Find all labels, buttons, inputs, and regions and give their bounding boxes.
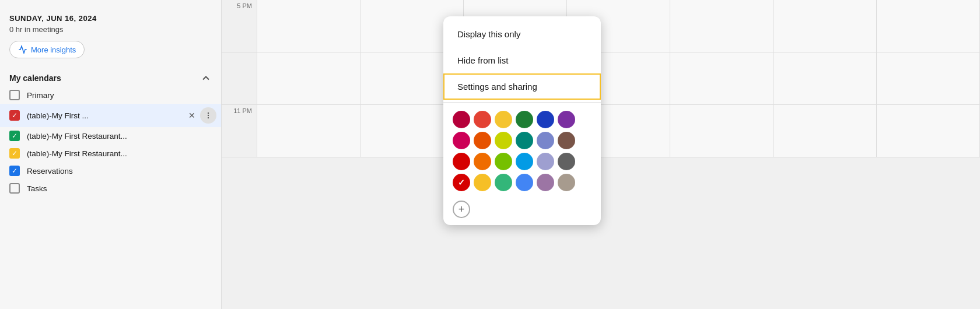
time-cell xyxy=(670,52,774,104)
calendar-checkbox-primary[interactable] xyxy=(9,90,20,100)
menu-item-display-only-label: Display this only xyxy=(457,29,520,39)
time-row-11pm: 11 PM xyxy=(222,105,980,157)
calendar-item-primary[interactable]: Primary xyxy=(0,86,221,104)
time-label-11pm: 11 PM xyxy=(222,105,257,157)
menu-divider xyxy=(443,102,601,103)
checkmark-icon: ✓ xyxy=(12,112,18,119)
calendar-name-reservations: Reservations xyxy=(27,167,216,175)
checkmark-icon-3: ✓ xyxy=(12,150,18,157)
color-dot-selected[interactable] xyxy=(453,174,470,191)
color-row-1 xyxy=(453,111,592,128)
calendar-item-my-first-2[interactable]: ✓ (table)-My First Restaurant... xyxy=(0,127,221,145)
color-dot-sand[interactable] xyxy=(558,174,575,191)
insights-icon xyxy=(18,45,27,54)
calendar-checkbox-tasks[interactable] xyxy=(9,183,20,194)
time-cell xyxy=(774,0,877,52)
color-dot-peacock[interactable] xyxy=(537,111,554,128)
menu-item-settings-sharing[interactable]: Settings and sharing xyxy=(443,73,601,100)
menu-item-hide-list[interactable]: Hide from list xyxy=(443,47,601,73)
calendar-item-tasks[interactable]: Tasks xyxy=(0,180,221,197)
time-cell xyxy=(257,52,360,104)
menu-item-hide-list-label: Hide from list xyxy=(457,55,509,65)
time-cell xyxy=(877,52,980,104)
calendar-item-reservations[interactable]: ✓ Reservations xyxy=(0,162,221,180)
time-label-empty xyxy=(222,52,257,104)
calendar-name-my-first-2: (table)-My First Restaurant... xyxy=(27,132,216,141)
time-cell xyxy=(257,105,360,157)
color-dot-banana[interactable] xyxy=(495,111,512,128)
calendar-item-my-first-active[interactable]: ✓ (table)-My First ... ✕ xyxy=(0,104,221,127)
color-dot-graphite-brown[interactable] xyxy=(558,132,575,149)
time-cells-5pm xyxy=(257,0,980,52)
time-cell xyxy=(877,0,980,52)
time-label-5pm: 5 PM xyxy=(222,0,257,52)
time-cell xyxy=(774,105,877,157)
my-calendars-label: My calendars xyxy=(9,73,61,83)
color-row-3 xyxy=(453,153,592,170)
calendar-name-tasks: Tasks xyxy=(27,184,216,193)
svg-point-0 xyxy=(208,113,209,114)
color-dot-graphite[interactable] xyxy=(558,153,575,170)
color-dot-tomato-red[interactable] xyxy=(453,153,470,170)
color-dot-tomato[interactable] xyxy=(474,111,491,128)
svg-point-1 xyxy=(208,115,209,116)
color-dot-basil[interactable] xyxy=(516,132,533,149)
calendar-checkbox-reservations[interactable]: ✓ xyxy=(9,166,20,176)
svg-point-2 xyxy=(208,117,209,118)
time-cell xyxy=(877,105,980,157)
time-cell xyxy=(670,0,774,52)
color-dot-avocado[interactable] xyxy=(495,153,512,170)
calendar-name-primary: Primary xyxy=(27,91,216,100)
date-header: SUNDAY, JUN 16, 2024 xyxy=(0,9,221,24)
calendar-checkbox-my-first-3[interactable]: ✓ xyxy=(9,148,20,159)
add-color-button[interactable]: + xyxy=(453,201,470,218)
calendar-item-my-first-3[interactable]: ✓ (table)-My First Restaurant... xyxy=(0,145,221,162)
calendar-more-button[interactable] xyxy=(200,107,216,124)
color-dot-tangerine[interactable] xyxy=(474,132,491,149)
checkmark-icon-2: ✓ xyxy=(12,132,18,139)
more-insights-label: More insights xyxy=(31,45,76,54)
sidebar: SUNDAY, JUN 16, 2024 0 hr in meetings Mo… xyxy=(0,0,222,309)
time-cell xyxy=(774,52,877,104)
main-calendar-area: 5 PM xyxy=(222,0,980,309)
time-cells-middle xyxy=(257,52,980,104)
time-cell xyxy=(670,105,774,157)
checkmark-icon-4: ✓ xyxy=(12,167,18,174)
time-row-middle xyxy=(222,52,980,105)
color-row-2 xyxy=(453,132,592,149)
time-cell xyxy=(257,0,360,52)
context-menu: Display this only Hide from list Setting… xyxy=(443,16,601,225)
chevron-up-icon[interactable] xyxy=(200,72,212,84)
time-cells-11pm xyxy=(257,105,980,157)
color-dot-cranberry[interactable] xyxy=(453,111,470,128)
color-row-4 xyxy=(453,174,592,191)
menu-item-display-only[interactable]: Display this only xyxy=(443,21,601,47)
calendar-name-my-first: (table)-My First ... xyxy=(27,111,185,120)
more-insights-button[interactable]: More insights xyxy=(9,41,85,58)
color-dot-blueberry[interactable] xyxy=(516,153,533,170)
meetings-text: 0 hr in meetings xyxy=(0,24,221,38)
color-dot-green[interactable] xyxy=(495,174,512,191)
color-dot-flamingo[interactable] xyxy=(453,132,470,149)
color-dot-blue[interactable] xyxy=(516,174,533,191)
calendar-actions: ✕ xyxy=(185,107,216,124)
calendar-checkbox-my-first-2[interactable]: ✓ xyxy=(9,131,20,141)
calendar-checkbox-my-first[interactable]: ✓ xyxy=(9,110,20,121)
calendar-remove-button[interactable]: ✕ xyxy=(185,108,199,122)
calendar-name-my-first-3: (table)-My First Restaurant... xyxy=(27,149,216,158)
menu-item-settings-sharing-label: Settings and sharing xyxy=(457,82,537,92)
color-dot-grape[interactable] xyxy=(558,111,575,128)
color-dot-purple[interactable] xyxy=(537,174,554,191)
time-grid: 5 PM xyxy=(222,0,980,309)
color-dot-lavender-2[interactable] xyxy=(537,153,554,170)
time-row-5pm: 5 PM xyxy=(222,0,980,52)
color-dot-pumpkin[interactable] xyxy=(474,153,491,170)
three-dots-icon xyxy=(204,111,212,120)
color-dot-lavender[interactable] xyxy=(537,132,554,149)
color-dot-sage[interactable] xyxy=(516,111,533,128)
color-dot-yellow[interactable] xyxy=(474,174,491,191)
color-dot-pistachio[interactable] xyxy=(495,132,512,149)
my-calendars-section: My calendars xyxy=(0,68,221,86)
color-grid xyxy=(443,105,601,198)
